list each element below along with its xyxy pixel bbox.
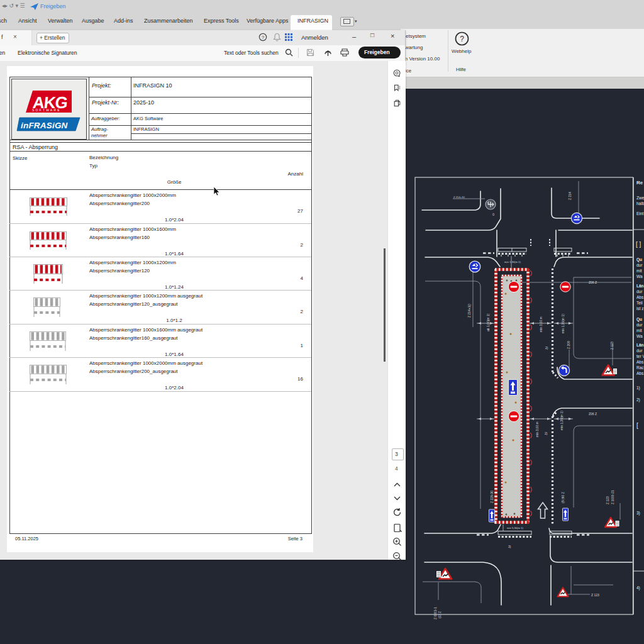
svg-text:[ ]: [ ] xyxy=(636,241,641,248)
svg-text:[: [ xyxy=(636,422,638,429)
svg-text:ist z: ist z xyxy=(636,306,644,311)
svg-text:Z 0001-1: Z 0001-1 xyxy=(433,607,437,619)
svg-text:Qu: Qu xyxy=(636,257,642,262)
svg-text:(E) Z: (E) Z xyxy=(438,611,441,618)
svg-text:Teil: Teil xyxy=(636,301,643,305)
svg-text:min 1,30(m 1): min 1,30(m 1) xyxy=(561,314,565,333)
svg-text:3): 3) xyxy=(636,511,640,516)
svg-text:?: ? xyxy=(262,35,265,40)
svg-text:Qu: Qu xyxy=(636,317,642,322)
svg-text:Z06 Z: Z06 Z xyxy=(589,280,597,284)
svg-text:2): 2) xyxy=(636,397,640,402)
svg-text:Z 209: Z 209 xyxy=(567,341,570,349)
svg-text:Z 123: Z 123 xyxy=(591,593,599,597)
svg-text:dur: dur xyxy=(636,263,643,267)
svg-text:0: 0 xyxy=(492,213,494,216)
svg-text:(9-)60 Z: (9-)60 Z xyxy=(561,492,565,503)
svg-text:Eint: Eint xyxy=(636,211,643,216)
svg-text:4): 4) xyxy=(636,586,640,591)
svg-text:Abs: Abs xyxy=(636,371,644,375)
svg-text:2): 2) xyxy=(545,431,548,435)
svg-text:ter V: ter V xyxy=(636,354,644,358)
svg-text:Z 214: Z 214 xyxy=(568,192,572,200)
svg-text:Z 1000-21: Z 1000-21 xyxy=(611,490,614,504)
svg-text:Re: Re xyxy=(636,180,643,186)
svg-text:dur: dur xyxy=(636,323,643,327)
svg-text:1): 1) xyxy=(636,386,640,391)
svg-text:SOFTWARE: SOFTWARE xyxy=(32,108,61,112)
svg-text:Z 214+1(): Z 214+1() xyxy=(467,304,471,318)
svg-text:min 3,00 m: min 3,00 m xyxy=(535,421,539,437)
svg-text:Z 229-30: Z 229-30 xyxy=(490,491,494,503)
svg-text:Abs: Abs xyxy=(636,360,644,364)
svg-text:min 1,30(m 1): min 1,30(m 1) xyxy=(504,260,521,264)
svg-text:Wa: Wa xyxy=(636,274,643,279)
svg-text:mit: mit xyxy=(636,328,642,333)
svg-text:Abs: Abs xyxy=(636,295,644,299)
svg-text:?: ? xyxy=(460,35,464,43)
svg-text:Rac: Rac xyxy=(636,365,644,370)
svg-text:Län: Län xyxy=(636,284,644,288)
svg-text:ab 1,00(m 1): ab 1,00(m 1) xyxy=(486,313,490,331)
svg-text:mit: mit xyxy=(636,269,642,273)
svg-text:inFRASiGN: inFRASiGN xyxy=(21,121,68,130)
svg-text:3): 3) xyxy=(508,545,511,548)
svg-text:Wa: Wa xyxy=(636,334,643,338)
svg-text:dur: dur xyxy=(636,289,643,294)
svg-text:min 3,00 m: min 3,00 m xyxy=(539,316,543,332)
svg-text:min 1,30(m 1): min 1,30(m 1) xyxy=(560,411,564,430)
svg-text:dur: dur xyxy=(636,348,643,353)
svg-text:Z 123: Z 123 xyxy=(606,496,609,504)
svg-text:min 5,30(m 1): min 5,30(m 1) xyxy=(507,526,523,530)
svg-text:Z 214+10: Z 214+10 xyxy=(453,196,465,199)
svg-text:halb: halb xyxy=(636,201,644,206)
svg-text:Z 123: Z 123 xyxy=(610,341,614,350)
svg-text:Z06 Z: Z06 Z xyxy=(589,412,597,416)
svg-text:Län: Län xyxy=(636,343,644,347)
svg-text:Zwe: Zwe xyxy=(636,196,644,200)
svg-text:2): 2) xyxy=(545,346,548,350)
